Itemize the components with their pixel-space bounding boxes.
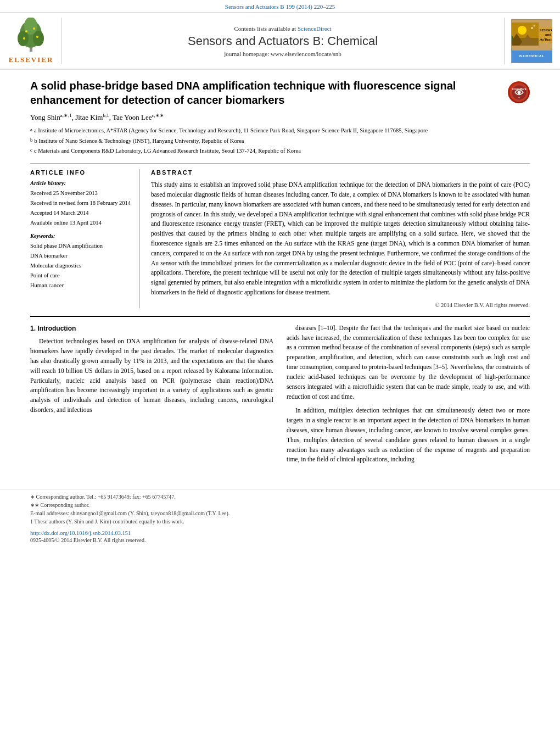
- article-info-heading: ARTICLE INFO: [30, 169, 132, 176]
- svg-point-17: [533, 25, 535, 27]
- history-label: Article history:: [30, 180, 132, 186]
- article-info-column: ARTICLE INFO Article history: Received 2…: [30, 169, 140, 308]
- keyword-1: Solid phase DNA amplification: [30, 241, 132, 251]
- divider-1: [30, 163, 530, 164]
- svg-text:®: ®: [518, 96, 520, 99]
- citation-link[interactable]: Sensors and Actuators B 199 (2014) 220–2…: [0, 0, 560, 12]
- article-content: A solid phase-bridge based DNA amplifica…: [0, 70, 560, 478]
- history-item-1: Received 25 November 2013: [30, 188, 132, 198]
- elsevier-label: ELSEVIER: [9, 55, 54, 64]
- crossmark-badge: CrossMark ®: [508, 81, 530, 103]
- abstract-text: This study aims to establish an improved…: [151, 180, 530, 298]
- journal-title-center: Contents lists available at ScienceDirec…: [67, 18, 499, 64]
- elsevier-logo: ELSEVIER: [7, 18, 61, 64]
- svg-point-6: [33, 27, 35, 30]
- sciencedirect-link[interactable]: ScienceDirect: [298, 25, 332, 32]
- sensors-logo-top: SENSORS andAcTuators: [512, 20, 552, 51]
- svg-point-11: [518, 26, 527, 35]
- affiliation-b: b b Institute of Nano Science & Technolo…: [30, 137, 530, 147]
- keyword-2: DNA biomarker: [30, 251, 132, 261]
- history-item-4: Available online 13 April 2014: [30, 218, 132, 228]
- journal-name: Sensors and Actuators B: Chemical: [188, 34, 378, 48]
- keyword-4: Point of care: [30, 271, 132, 281]
- sensors-logo: SENSORS andAcTuators B CHEMICAL: [511, 19, 552, 63]
- email-label: E-mail addresses:: [30, 510, 69, 516]
- email-line: E-mail addresses: shinyangno1@gmail.com …: [30, 509, 530, 517]
- abstract-heading: ABSTRACT: [151, 169, 530, 176]
- copyright-line: © 2014 Elsevier B.V. All rights reserved…: [151, 302, 530, 308]
- history-item-2: Received in revised form 18 February 201…: [30, 198, 132, 208]
- body-paragraph-3: In addition, multiplex detection techniq…: [287, 406, 530, 465]
- sensors-logo-box: SENSORS andAcTuators B CHEMICAL: [504, 18, 553, 64]
- body-right-col: diseases [1–10]. Despite the fact that t…: [287, 323, 530, 469]
- svg-point-16: [531, 27, 533, 29]
- footnote-2: ∗∗ Corresponding author.: [30, 501, 530, 509]
- svg-point-8: [36, 36, 38, 38]
- svg-point-21: [517, 91, 520, 94]
- elsevier-tree-icon: [13, 18, 49, 53]
- keywords-label: Keywords:: [30, 233, 132, 239]
- footnote-3: 1 These authors (Y. Shin and J. Kim) con…: [30, 517, 530, 526]
- affiliations: a a Institute of Microelectronics, A*STA…: [30, 126, 530, 157]
- keyword-3: Molecular diagnostics: [30, 261, 132, 271]
- bottom-divider: [30, 316, 530, 317]
- body-paragraph-2: diseases [1–10]. Despite the fact that t…: [287, 323, 530, 402]
- email-addresses: shinyangno1@gmail.com (Y. Shin), taeyoon…: [70, 510, 229, 516]
- authors: Yong Shina,∗,1, Jitae Kimb,1, Tae Yoon L…: [30, 113, 530, 122]
- section1-title: 1. Introduction: [30, 323, 273, 334]
- article-history: Received 25 November 2013 Received in re…: [30, 188, 132, 227]
- body-left-col: 1. Introduction Detection technologies b…: [30, 323, 273, 469]
- svg-point-7: [23, 37, 25, 40]
- page-wrapper: Sensors and Actuators B 199 (2014) 220–2…: [0, 0, 560, 544]
- sensors-logo-bottom: B CHEMICAL: [512, 51, 552, 63]
- svg-point-5: [25, 30, 27, 32]
- body-paragraph-1: Detection technologies based on DNA ampl…: [30, 337, 273, 415]
- affiliation-c: c c Materials and Components R&D Laborat…: [30, 147, 530, 157]
- article-title-section: A solid phase-bridge based DNA amplifica…: [30, 79, 530, 107]
- citation-text: Sensors and Actuators B 199 (2014) 220–2…: [225, 3, 335, 10]
- sensors-logo-image: [511, 23, 539, 46]
- crossmark-icon: CrossMark ®: [509, 83, 529, 102]
- journal-header: ELSEVIER Contents lists available at Sci…: [0, 12, 560, 70]
- svg-point-3: [33, 31, 44, 46]
- journal-homepage: journal homepage: www.elsevier.com/locat…: [224, 51, 341, 57]
- contents-line: Contents lists available at ScienceDirec…: [234, 25, 331, 32]
- affiliation-a: a a Institute of Microelectronics, A*STA…: [30, 126, 530, 136]
- keyword-5: Human cancer: [30, 281, 132, 291]
- issn-line: 0925-4005/© 2014 Elsevier B.V. All right…: [30, 536, 530, 544]
- doi-link[interactable]: http://dx.doi.org/10.1016/j.snb.2014.03.…: [30, 530, 131, 536]
- history-item-3: Accepted 14 March 2014: [30, 208, 132, 218]
- keywords-list: Solid phase DNA amplification DNA biomar…: [30, 241, 132, 290]
- article-info-abstract-section: ARTICLE INFO Article history: Received 2…: [30, 169, 530, 308]
- body-section: 1. Introduction Detection technologies b…: [30, 323, 530, 469]
- footnote-1: ∗ Corresponding author. Tel.: +65 914736…: [30, 493, 530, 501]
- article-title: A solid phase-bridge based DNA amplifica…: [30, 79, 502, 107]
- footer-section: ∗ Corresponding author. Tel.: +65 914736…: [0, 489, 560, 544]
- abstract-column: ABSTRACT This study aims to establish an…: [151, 169, 530, 308]
